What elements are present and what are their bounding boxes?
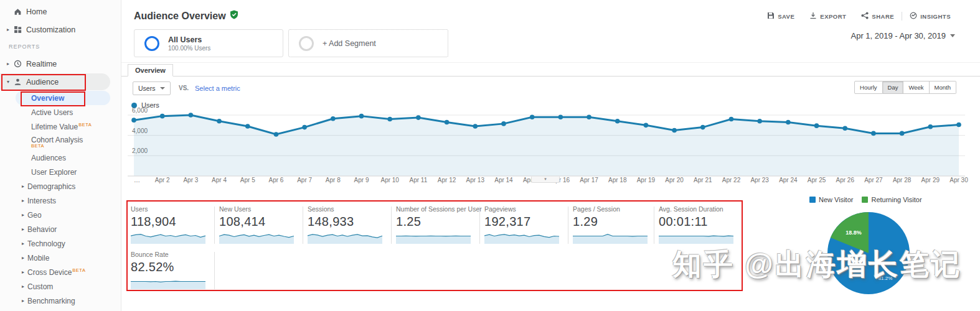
sidebar-item-label: Active Users (31, 108, 73, 117)
segment-all-users[interactable]: All Users 100.00% Users (134, 29, 283, 57)
chevron-right-icon[interactable]: ▸ (20, 183, 26, 189)
sidebar-item-audience[interactable]: ▾Audience (0, 73, 121, 91)
data-point-apr-9[interactable] (359, 114, 364, 119)
data-point-apr-17[interactable] (587, 114, 591, 119)
sidebar-item-active-users[interactable]: Active Users (0, 105, 121, 119)
data-point-apr-4[interactable] (217, 119, 222, 124)
chevron-right-icon[interactable]: ▸ (20, 284, 26, 289)
share-button[interactable]: SHARE (854, 12, 902, 21)
metric-label: New Users (219, 205, 295, 213)
sidebar-item-overview[interactable]: Overview (0, 91, 121, 105)
metric-card-bounce-rate[interactable]: Bounce Rate82.52% (131, 251, 207, 292)
metric-card-users[interactable]: Users118,904 (131, 205, 207, 246)
granularity-hourly[interactable]: Hourly (854, 81, 882, 94)
sidebar-item-label: Realtime (0, 60, 57, 68)
svg-text:Apr 29: Apr 29 (921, 177, 940, 183)
metric-label: Bounce Rate (131, 251, 207, 258)
sidebar-item-lifetime-value[interactable]: Lifetime ValueBETA (0, 119, 121, 134)
svg-text:Apr 5: Apr 5 (240, 177, 255, 183)
pie-legend: New VisitorReturning Visitor (809, 196, 922, 203)
data-point-apr-8[interactable] (331, 116, 336, 121)
data-point-apr-11[interactable] (416, 115, 421, 120)
save-button[interactable]: SAVE (760, 12, 802, 21)
granularity-month[interactable]: Month (930, 81, 956, 94)
sidebar-item-behavior[interactable]: ▸Behavior (0, 222, 121, 236)
data-point-apr-1[interactable] (131, 118, 136, 123)
data-point-apr-3[interactable] (189, 113, 194, 118)
metric-card-pages-session[interactable]: Pages / Session1.29 (573, 205, 649, 246)
metric-dropdown[interactable]: Users (133, 81, 171, 95)
date-range-selector[interactable]: Apr 1, 2019 - Apr 30, 2019 (851, 31, 956, 40)
metric-card-number-of-sessions-per-user[interactable]: Number of Sessions per User1.25 (396, 205, 482, 246)
sidebar-item-home[interactable]: Home (0, 2, 121, 21)
chart-pull-tab[interactable]: ▾ (531, 177, 560, 183)
watermark-text: 知乎 @出海增长笔记 (672, 245, 962, 284)
data-point-apr-18[interactable] (615, 119, 620, 124)
data-point-apr-22[interactable] (729, 117, 734, 122)
data-point-apr-14[interactable] (501, 121, 506, 126)
data-point-apr-16[interactable] (558, 114, 563, 119)
tab-strip-line (121, 76, 980, 77)
data-point-apr-23[interactable] (757, 119, 762, 124)
data-point-apr-21[interactable] (700, 125, 705, 130)
metric-card-sessions[interactable]: Sessions148,933 (308, 205, 384, 246)
tab-overview[interactable]: Overview (128, 64, 173, 77)
date-range-label: Apr 1, 2019 - Apr 30, 2019 (851, 31, 946, 40)
data-point-apr-30[interactable] (956, 123, 961, 128)
chevron-right-icon[interactable]: ▸ (20, 226, 26, 232)
sidebar-item-demographics[interactable]: ▸Demographics (0, 179, 121, 193)
data-point-apr-24[interactable] (786, 120, 791, 125)
svg-text:Apr 4: Apr 4 (212, 177, 227, 183)
data-point-apr-6[interactable] (274, 132, 279, 137)
data-point-apr-5[interactable] (245, 124, 250, 129)
sidebar-item-customization[interactable]: ▸Customization (0, 21, 121, 39)
data-point-apr-26[interactable] (842, 126, 847, 131)
legend-swatch-icon (862, 197, 868, 203)
sidebar-item-realtime[interactable]: ▸Realtime (0, 55, 121, 73)
data-point-apr-27[interactable] (871, 131, 876, 136)
data-point-apr-25[interactable] (814, 123, 819, 128)
chevron-right-icon[interactable]: ▸ (20, 212, 26, 218)
export-button[interactable]: EXPORT (802, 12, 854, 21)
select-metric-link[interactable]: Select a metric (195, 85, 240, 92)
data-point-apr-10[interactable] (387, 117, 392, 122)
metric-card-new-users[interactable]: New Users108,414 (219, 205, 295, 246)
svg-text:Apr 8: Apr 8 (326, 177, 341, 183)
data-point-apr-7[interactable] (302, 125, 307, 130)
sidebar-item-geo[interactable]: ▸Geo (0, 208, 121, 222)
export-icon (809, 12, 817, 21)
sidebar-item-interests[interactable]: ▸Interests (0, 193, 121, 208)
data-point-apr-15[interactable] (530, 114, 535, 119)
chevron-right-icon[interactable]: ▸ (20, 298, 26, 304)
chevron-right-icon[interactable]: ▸ (20, 255, 26, 261)
insights-button[interactable]: INSIGHTS (902, 12, 958, 21)
sidebar-item-label: Audiences (31, 154, 66, 162)
chevron-right-icon[interactable]: ▸ (20, 198, 26, 203)
metric-card-avg-session-duration[interactable]: Avg. Session Duration00:01:11 (659, 205, 735, 246)
data-point-apr-29[interactable] (928, 124, 933, 129)
sidebar-item-audiences[interactable]: Audiences (0, 151, 121, 165)
data-point-apr-19[interactable] (644, 123, 649, 128)
vs-label: VS. (179, 85, 189, 91)
svg-text:Apr 17: Apr 17 (580, 177, 598, 183)
add-segment-ring-icon (299, 36, 314, 51)
granularity-day[interactable]: Day (883, 81, 904, 94)
metric-label: Sessions (308, 205, 384, 213)
sidebar-item-cohort-analysis[interactable]: Cohort AnalysisBETA (0, 134, 121, 151)
metric-card-pageviews[interactable]: Pageviews192,317 (484, 205, 560, 246)
sidebar-item-mobile[interactable]: ▸Mobile (0, 251, 121, 265)
sidebar-item-user-explorer[interactable]: User Explorer (0, 165, 121, 179)
chevron-right-icon[interactable]: ▸ (20, 241, 26, 246)
add-segment-button[interactable]: + Add Segment (288, 29, 448, 57)
granularity-week[interactable]: Week (903, 81, 929, 94)
sidebar-item-benchmarking[interactable]: ▸Benchmarking (0, 294, 121, 308)
sidebar-item-technology[interactable]: ▸Technology (0, 236, 121, 251)
data-point-apr-13[interactable] (473, 124, 478, 129)
data-point-apr-20[interactable] (672, 128, 677, 133)
data-point-apr-2[interactable] (160, 114, 165, 119)
data-point-apr-28[interactable] (900, 131, 905, 136)
sidebar-item-cross-device[interactable]: ▸Cross DeviceBETA (0, 265, 121, 279)
sidebar-item-custom[interactable]: ▸Custom (0, 279, 121, 294)
chevron-right-icon[interactable]: ▸ (20, 269, 26, 275)
data-point-apr-12[interactable] (445, 120, 450, 125)
